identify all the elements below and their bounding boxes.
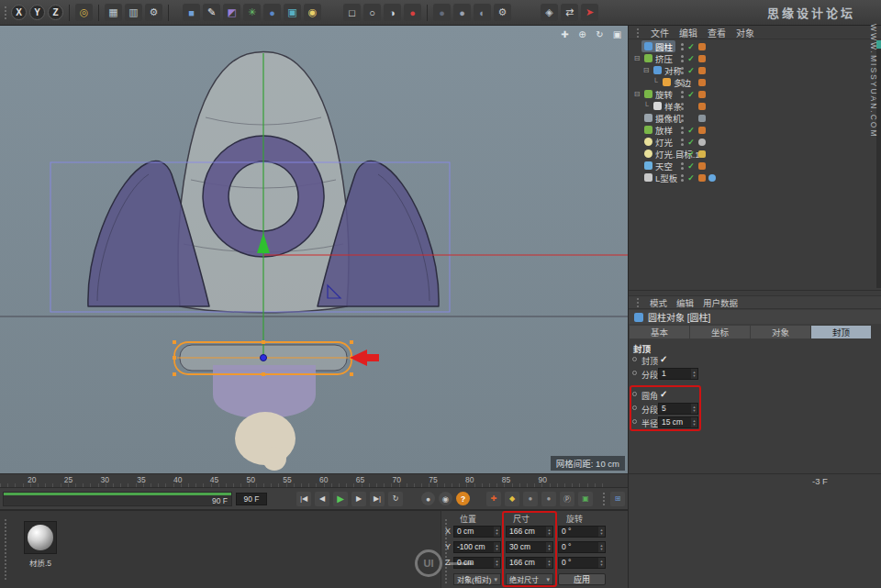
panel-grip[interactable] [636,297,641,307]
object-row-loft[interactable]: 放样 ✓ [629,124,875,136]
tool-circle-b-icon[interactable]: ● [541,492,556,506]
tool-circle-a-icon[interactable]: ● [523,492,538,506]
zoom-view-icon[interactable]: ⊕ [576,28,588,40]
menu-edit[interactable]: 编辑 [676,296,694,309]
previous-key-button[interactable]: ◀ [315,492,329,506]
spinner-icon[interactable] [691,369,697,379]
spinner-icon[interactable] [494,542,500,552]
tab-basic[interactable]: 基本 [630,326,689,338]
scrollbar-thumb[interactable] [876,40,881,49]
cap-checkbox[interactable]: ✓ [660,354,667,364]
next-key-button[interactable]: ▶ [351,492,366,506]
phong-tag-icon[interactable] [698,103,706,110]
object-mode-dropdown[interactable]: 对象(相对) [453,573,501,585]
shading-sphere-dark-icon[interactable]: ● [433,4,451,21]
phong-tag-icon[interactable] [698,79,706,86]
material-tag-icon[interactable] [708,174,716,182]
loop-button[interactable]: ↻ [388,492,403,506]
object-row-symmetry[interactable]: ⊟ 对称 ✓ [629,64,875,76]
lock-y-axis-button[interactable]: Y [29,5,45,20]
z-rotation-field[interactable]: 0 ° [558,557,606,569]
lock-x-axis-button[interactable]: X [11,5,27,20]
z-position-field[interactable]: 0 cm [453,557,501,569]
fillet-checkbox[interactable]: ✓ [660,389,667,399]
enable-toggle[interactable]: ✓ [686,42,696,51]
current-frame-field[interactable]: 90 F [236,493,267,505]
menu-file[interactable]: 文件 [651,26,669,39]
shading-sphere-gray-icon[interactable]: ● [453,4,471,21]
panel-grip[interactable] [4,518,8,581]
fillet-segments-input[interactable]: 5 [658,403,698,415]
visibility-toggle[interactable] [681,43,684,50]
display-shaded-icon[interactable]: ◑ [384,4,401,21]
anim-dot[interactable] [632,419,637,424]
spinner-icon[interactable] [494,527,500,537]
enable-toggle[interactable]: ✓ [686,90,696,99]
display-wire-icon[interactable]: ○ [363,4,381,21]
preview-range-slider[interactable]: 90 F [3,492,232,506]
add-cube-icon[interactable]: ■ [183,4,200,21]
metaball-icon[interactable]: ● [263,4,281,21]
visibility-toggle[interactable] [681,139,684,146]
toolbar-grip[interactable] [602,492,607,506]
object-row-extrude[interactable]: ⊟ 挤压 ✓ [629,52,875,64]
phong-tag-icon[interactable] [698,162,706,170]
spinner-icon[interactable] [546,542,552,552]
segments-input[interactable]: 1 [658,368,698,380]
spinner-icon[interactable] [546,527,552,537]
visibility-toggle[interactable] [681,67,684,74]
fillet-radius-input[interactable]: 15 cm [658,416,698,428]
snap-icon[interactable]: ◈ [541,4,558,21]
collapse-toggle-icon[interactable]: ⊟ [632,90,641,98]
toggle-view-icon[interactable]: ▣ [611,28,623,40]
goto-start-button[interactable]: |◀ [296,492,311,506]
object-row-lathe[interactable]: ⊟ 旋转 ✓ [629,88,875,100]
pan-view-icon[interactable]: ✚ [559,28,571,40]
range-bar[interactable] [4,493,231,495]
scene-camera-icon[interactable]: ▣ [284,4,301,21]
collapse-toggle-icon[interactable]: ⊟ [632,54,641,62]
menu-view[interactable]: 查看 [708,26,726,39]
material-name-label[interactable]: 材质.5 [18,557,62,568]
phong-tag-icon[interactable] [698,174,706,182]
array-generator-icon[interactable]: ✳ [243,4,261,21]
parent-mode-icon[interactable]: Ⓟ [560,492,574,506]
object-manager-scrollbar[interactable] [876,40,881,288]
axis-cross-icon[interactable]: ✚ [486,492,501,506]
y-size-field[interactable]: 30 cm [506,541,553,553]
phong-tag-icon[interactable] [698,55,706,62]
menu-user-data[interactable]: 用户数据 [703,296,738,309]
y-position-field[interactable]: -100 cm [453,541,501,553]
settings-gear-icon[interactable]: ⚙ [494,4,511,21]
render-record-icon[interactable]: ● [404,4,421,21]
spinner-icon[interactable] [598,527,605,537]
play-button[interactable]: ▶ [333,492,348,506]
axis-swap-icon[interactable]: ⇄ [561,4,578,21]
help-button[interactable]: ? [456,492,470,505]
timeline-ruler[interactable]: 202530354045505560657075808590 [0,473,628,488]
spinner-icon[interactable] [598,542,605,552]
tab-object[interactable]: 对象 [751,326,810,338]
enable-toggle[interactable]: ✓ [686,126,696,135]
anim-dot[interactable] [632,405,637,410]
viewport-3d[interactable]: ✚ ⊕ ↻ ▣ 网格间距: 10 cm [0,26,628,473]
shading-sphere-half-icon[interactable]: ◐ [474,4,491,21]
coordinate-system-icon[interactable]: ◎ [75,4,93,21]
render-view-icon[interactable]: ▦ [105,4,122,21]
z-size-field[interactable]: 166 cm [506,557,553,569]
pointer-arrow-icon[interactable]: ➤ [581,4,598,21]
enable-toggle[interactable]: ✓ [686,150,696,159]
spinner-icon[interactable] [598,558,605,568]
record-key-button[interactable]: ● [421,492,435,505]
exhaust-blob[interactable] [235,412,296,471]
toolbar-grip[interactable] [4,6,8,20]
enable-toggle[interactable]: ✓ [686,173,696,183]
panel-grip[interactable] [636,28,641,38]
visibility-toggle[interactable] [681,55,684,62]
visibility-toggle[interactable] [681,174,684,182]
object-row-spline[interactable]: └ 样条 [629,100,875,112]
visibility-toggle[interactable] [681,127,684,134]
visibility-toggle[interactable] [681,115,684,122]
camera-tag-icon[interactable] [698,115,706,122]
x-rotation-field[interactable]: 0 ° [558,526,606,538]
